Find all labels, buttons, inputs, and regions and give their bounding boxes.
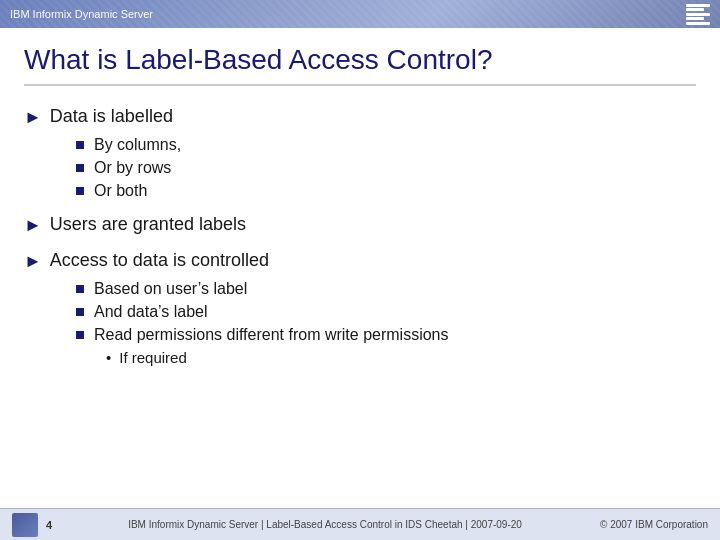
footer-logo-area: 4 [12, 513, 62, 537]
ibm-stripe-3 [686, 13, 710, 16]
main-bullet-2-text: Users are granted labels [50, 214, 246, 235]
arrow-icon-2: ► [24, 215, 42, 236]
square-icon-1-3 [76, 187, 84, 195]
section-access-controlled: ► Access to data is controlled Based on … [24, 250, 696, 366]
dot-bullet-3-1: If required [106, 349, 696, 366]
sub-bullets-3: Based on user’s label And data’s label R… [76, 280, 696, 366]
header-title: IBM Informix Dynamic Server [10, 8, 153, 20]
sub-sub-bullets-3: If required [106, 349, 696, 366]
footer-page-number: 4 [46, 519, 62, 531]
section-data-labelled: ► Data is labelled By columns, Or by row… [24, 106, 696, 200]
footer-center-text: IBM Informix Dynamic Server | Label-Base… [62, 519, 588, 530]
arrow-icon-3: ► [24, 251, 42, 272]
top-header-bar: IBM Informix Dynamic Server [0, 0, 720, 28]
sub-bullet-1-1-text: By columns, [94, 136, 181, 154]
sub-bullet-1-2: Or by rows [76, 159, 696, 177]
sub-bullet-3-3-text: Read permissions different from write pe… [94, 326, 449, 344]
sub-bullet-1-1: By columns, [76, 136, 696, 154]
main-bullet-2: ► Users are granted labels [24, 214, 696, 236]
square-icon-3-3 [76, 331, 84, 339]
square-icon-3-2 [76, 308, 84, 316]
ibm-logo-stripes [686, 4, 710, 25]
section-users-labels: ► Users are granted labels [24, 214, 696, 236]
footer-right-text: © 2007 IBM Corporation [588, 519, 708, 530]
sub-bullet-1-3-text: Or both [94, 182, 147, 200]
dot-bullet-3-1-text: If required [119, 349, 187, 366]
ibm-stripe-1 [686, 4, 710, 7]
square-icon-1-2 [76, 164, 84, 172]
sub-bullets-1: By columns, Or by rows Or both [76, 136, 696, 200]
sub-bullet-3-2-text: And data’s label [94, 303, 208, 321]
main-bullet-3-text: Access to data is controlled [50, 250, 269, 271]
sub-bullet-3-1-text: Based on user’s label [94, 280, 247, 298]
main-bullet-1-text: Data is labelled [50, 106, 173, 127]
square-icon-1-1 [76, 141, 84, 149]
ibm-stripe-4 [686, 17, 704, 20]
sub-bullet-3-1: Based on user’s label [76, 280, 696, 298]
footer: 4 IBM Informix Dynamic Server | Label-Ba… [0, 508, 720, 540]
ibm-logo [686, 4, 710, 25]
ibm-stripe-5 [686, 22, 710, 25]
main-bullet-1: ► Data is labelled [24, 106, 696, 128]
square-icon-3-1 [76, 285, 84, 293]
sub-bullet-3-2: And data’s label [76, 303, 696, 321]
main-bullet-3: ► Access to data is controlled [24, 250, 696, 272]
sub-bullet-3-3: Read permissions different from write pe… [76, 326, 696, 344]
sub-bullet-1-3: Or both [76, 182, 696, 200]
sub-bullet-1-2-text: Or by rows [94, 159, 171, 177]
slide-title: What is Label-Based Access Control? [24, 44, 696, 86]
ibm-stripe-2 [686, 8, 704, 11]
arrow-icon-1: ► [24, 107, 42, 128]
footer-logo-image [12, 513, 38, 537]
slide-content: What is Label-Based Access Control? ► Da… [0, 28, 720, 508]
